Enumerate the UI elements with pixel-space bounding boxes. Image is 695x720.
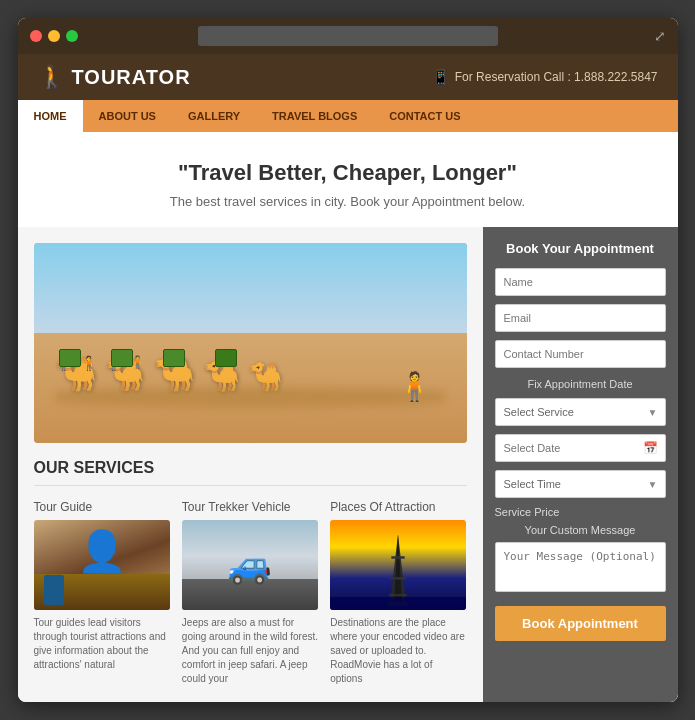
select-time-wrapper: Select Time ▼ [495,470,666,498]
hero-title: "Travel Better, Cheaper, Longer" [38,160,658,186]
logo-icon: 🚶 [38,64,66,90]
sidebar-title: Book Your Appointment [495,241,666,256]
select-date-input[interactable] [495,434,666,462]
service-item-vehicle: Tour Trekker Vehicle 🚙 Jeeps are also a … [182,500,318,686]
nav-item-home[interactable]: HOME [18,100,83,132]
service-item-guide: Tour Guide 👤 Tour guides lead visitors t… [34,500,170,686]
maximize-btn[interactable] [66,30,78,42]
sky [34,243,467,343]
services-grid: Tour Guide 👤 Tour guides lead visitors t… [34,500,467,686]
minimize-btn[interactable] [48,30,60,42]
nav-bar: HOME ABOUT US GALLERY TRAVEL BLOGS CONTA… [18,100,678,132]
hero-section: "Travel Better, Cheaper, Longer" The bes… [18,132,678,227]
service-item-attraction: Places Of Attraction [330,500,466,686]
service-label-attraction: Places Of Attraction [330,500,466,514]
nav-item-contact[interactable]: CONTACT US [373,100,476,132]
phone-number: For Reservation Call : 1.888.222.5847 [455,70,658,84]
logo[interactable]: 🚶 TOURATOR [38,64,191,90]
service-label-guide: Tour Guide [34,500,170,514]
service-desc-attraction: Destinations are the place where your en… [330,616,466,686]
services-title: OUR SERVICES [34,459,467,486]
email-input[interactable] [495,304,666,332]
appointment-sidebar: Book Your Appointment Fix Appointment Da… [483,227,678,702]
service-image-attraction [330,520,466,610]
service-image-vehicle: 🚙 [182,520,318,610]
select-date-wrapper: 📅 [495,434,666,462]
service-label-vehicle: Tour Trekker Vehicle [182,500,318,514]
nav-item-blogs[interactable]: TRAVEL BLOGS [256,100,373,132]
service-price-label: Service Price [495,506,666,518]
nav-item-about[interactable]: ABOUT US [83,100,172,132]
logo-text: TOURATOR [72,66,191,89]
hero-subtitle: The best travel services in city. Book y… [38,194,658,209]
expand-icon[interactable]: ⤢ [654,28,666,44]
service-desc-guide: Tour guides lead visitors through touris… [34,616,170,672]
custom-message-label: Your Custom Message [495,524,666,536]
service-desc-vehicle: Jeeps are also a must for going around i… [182,616,318,686]
calendar-icon: 📅 [643,441,658,455]
main-content: 🐪 🐪 🐪 🐪 🐪 🧍 🧍 🧍 🧍 [18,227,678,702]
hero-image: 🐪 🐪 🐪 🐪 🐪 🧍 🧍 🧍 🧍 [34,243,467,443]
hero-scene: 🐪 🐪 🐪 🐪 🐪 🧍 🧍 🧍 🧍 [34,243,467,443]
close-btn[interactable] [30,30,42,42]
url-bar[interactable] [198,26,498,46]
header-phone: 📱 For Reservation Call : 1.888.222.5847 [432,69,658,85]
content-left: 🐪 🐪 🐪 🐪 🐪 🧍 🧍 🧍 🧍 [18,227,483,702]
browser-window: ⤢ 🚶 TOURATOR 📱 For Reservation Call : 1.… [18,18,678,702]
name-input[interactable] [495,268,666,296]
browser-titlebar: ⤢ [18,18,678,54]
site-header: 🚶 TOURATOR 📱 For Reservation Call : 1.88… [18,54,678,100]
select-service[interactable]: Select Service [495,398,666,426]
nav-item-gallery[interactable]: GALLERY [172,100,256,132]
select-time[interactable]: Select Time [495,470,666,498]
select-service-wrapper: Select Service ▼ [495,398,666,426]
service-image-guide: 👤 [34,520,170,610]
fix-date-label: Fix Appointment Date [495,378,666,390]
contact-input[interactable] [495,340,666,368]
book-appointment-button[interactable]: Book Appointment [495,606,666,641]
message-textarea[interactable] [495,542,666,592]
phone-icon: 📱 [432,69,449,85]
